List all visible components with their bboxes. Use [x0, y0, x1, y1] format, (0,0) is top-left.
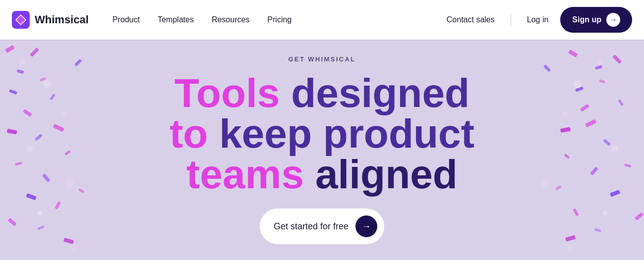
headline-word-keep: keep	[219, 111, 323, 156]
svg-rect-17	[37, 225, 45, 230]
svg-point-51	[611, 145, 618, 152]
svg-rect-47	[555, 185, 562, 190]
svg-rect-15	[55, 201, 61, 209]
nav-divider	[511, 14, 511, 26]
svg-rect-34	[618, 99, 624, 106]
svg-rect-33	[580, 104, 589, 112]
svg-rect-39	[590, 166, 598, 175]
hero-content: GET WHIMSICAL Tools designed to keep pro…	[170, 55, 474, 244]
headline-word-product: product	[323, 111, 474, 156]
svg-rect-29	[595, 65, 602, 69]
login-button[interactable]: Log in	[519, 11, 557, 28]
signup-button[interactable]: Sign up →	[560, 7, 632, 33]
svg-rect-45	[565, 235, 576, 242]
svg-rect-2	[16, 69, 24, 74]
svg-point-49	[574, 80, 582, 88]
logo-text: Whimsical	[35, 13, 89, 26]
svg-point-21	[19, 59, 25, 65]
contact-sales-link[interactable]: Contact sales	[439, 11, 503, 28]
hero-section: GET WHIMSICAL Tools designed to keep pro…	[0, 40, 644, 260]
svg-rect-9	[35, 134, 43, 141]
logo-icon	[12, 11, 30, 29]
svg-point-27	[71, 244, 78, 251]
hero-eyebrow: GET WHIMSICAL	[289, 55, 356, 63]
headline-word-tools: Tools	[175, 70, 291, 115]
svg-rect-28	[568, 50, 578, 57]
nav-product[interactable]: Product	[105, 11, 148, 28]
svg-rect-8	[7, 129, 17, 134]
svg-rect-46	[543, 64, 551, 72]
nav-resources[interactable]: Resources	[204, 11, 257, 28]
headline-word-to: to	[170, 111, 219, 156]
svg-point-22	[43, 80, 51, 88]
svg-rect-35	[560, 127, 571, 133]
svg-rect-14	[26, 193, 37, 200]
svg-rect-18	[63, 238, 74, 244]
svg-rect-31	[575, 87, 584, 92]
svg-point-26	[37, 210, 42, 215]
svg-rect-4	[9, 89, 17, 95]
svg-rect-20	[78, 188, 85, 193]
nav-templates[interactable]: Templates	[150, 11, 202, 28]
svg-rect-44	[594, 228, 601, 232]
svg-rect-19	[74, 59, 82, 67]
svg-point-24	[26, 145, 33, 152]
svg-rect-3	[30, 48, 39, 57]
svg-point-48	[597, 59, 603, 65]
svg-rect-1	[5, 45, 15, 53]
svg-point-53	[602, 210, 607, 215]
cta-arrow-icon: →	[355, 215, 377, 237]
svg-rect-40	[564, 154, 570, 159]
nav-links: Product Templates Resources Pricing	[105, 11, 439, 28]
svg-rect-13	[64, 150, 71, 156]
svg-rect-37	[585, 119, 596, 128]
nav-pricing[interactable]: Pricing	[259, 11, 299, 28]
svg-rect-12	[42, 173, 51, 182]
svg-point-50	[563, 111, 568, 116]
logo-link[interactable]: Whimsical	[12, 11, 89, 29]
headline-word-teams: teams	[186, 152, 315, 197]
svg-point-52	[541, 179, 550, 188]
cta-label: Get started for free	[274, 221, 349, 232]
svg-rect-43	[635, 212, 644, 220]
svg-point-54	[567, 244, 574, 251]
svg-rect-7	[50, 94, 56, 101]
svg-rect-36	[603, 139, 611, 146]
svg-rect-32	[599, 79, 605, 84]
signup-arrow-icon: →	[606, 13, 620, 27]
navbar: Whimsical Product Templates Resources Pr…	[0, 0, 644, 40]
svg-rect-5	[40, 77, 46, 82]
svg-rect-6	[23, 109, 32, 117]
headline-word-designed: designed	[291, 70, 469, 115]
svg-rect-11	[15, 161, 22, 165]
cta-button[interactable]: Get started for free →	[260, 208, 384, 244]
svg-rect-16	[8, 218, 17, 226]
svg-rect-41	[610, 190, 621, 197]
svg-rect-42	[573, 208, 579, 216]
svg-point-25	[65, 179, 74, 188]
svg-rect-38	[624, 163, 632, 167]
svg-rect-30	[612, 54, 622, 64]
headline-word-aligned: aligned	[315, 152, 458, 197]
svg-rect-10	[53, 124, 64, 132]
nav-right: Contact sales Log in Sign up →	[439, 7, 632, 33]
hero-headline: Tools designed to keep product teams ali…	[170, 73, 474, 195]
svg-point-23	[62, 111, 67, 116]
